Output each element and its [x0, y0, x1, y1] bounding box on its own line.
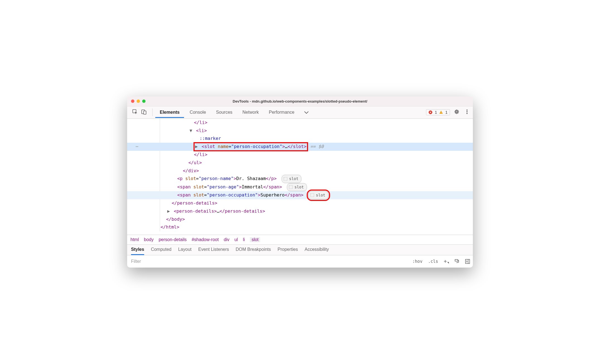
- tag-open-li: <li>: [196, 128, 207, 133]
- svg-rect-4: [441, 112, 441, 113]
- styles-filter-row: :hov .cls +: [127, 255, 473, 268]
- tree-row[interactable]: </person-details>: [127, 199, 473, 207]
- warning-count: 1: [445, 110, 447, 115]
- crumb-slot[interactable]: slot: [250, 237, 260, 242]
- svg-point-6: [466, 110, 468, 111]
- tree-row[interactable]: </li>: [127, 119, 473, 127]
- subtab-styles[interactable]: Styles: [131, 247, 144, 255]
- tab-performance[interactable]: Performance: [264, 107, 299, 118]
- tree-row[interactable]: </div>: [127, 167, 473, 175]
- crumb-div[interactable]: div: [224, 237, 229, 242]
- zoom-dot[interactable]: [142, 100, 146, 103]
- subtab-event-listeners[interactable]: Event Listeners: [198, 247, 229, 255]
- attr-val: "person-occupation": [231, 144, 282, 149]
- computed-panel-toggle-icon[interactable]: [462, 259, 473, 264]
- tag-slot-open: <slot: [202, 144, 215, 149]
- selection-suffix: == $0: [310, 144, 324, 149]
- subtab-layout[interactable]: Layout: [178, 247, 192, 255]
- svg-rect-5: [441, 113, 441, 113]
- hov-toggle[interactable]: :hov: [410, 259, 425, 264]
- tree-row[interactable]: ▶ <person-details>…</person-details>: [127, 207, 473, 215]
- overflow-icon[interactable]: ⋯: [127, 143, 147, 151]
- new-style-rule-icon[interactable]: +: [441, 258, 452, 265]
- tag-slot-close: </slot>: [288, 144, 306, 149]
- svg-point-8: [466, 113, 468, 114]
- styles-filter-input[interactable]: [127, 259, 410, 264]
- crumb-li[interactable]: li: [243, 237, 245, 242]
- tree-row[interactable]: <span slot="person-age">Immortal</span> …: [127, 183, 473, 191]
- tag-close-html: </html>: [161, 224, 179, 230]
- tree-row[interactable]: </li>: [127, 151, 473, 159]
- paint-icon[interactable]: [452, 259, 462, 264]
- status-errors-warnings[interactable]: 1 1: [426, 109, 450, 115]
- tree-row[interactable]: ::marker: [127, 135, 473, 143]
- tree-row[interactable]: <span slot="person-occupation">Superhero…: [127, 191, 473, 199]
- svg-rect-9: [284, 177, 287, 181]
- tag-close-person-details: </person-details>: [172, 200, 217, 206]
- tag-close-li: </li>: [194, 120, 207, 125]
- tab-console[interactable]: Console: [185, 107, 211, 118]
- subtab-accessibility[interactable]: Accessibility: [304, 247, 329, 255]
- traffic-lights: [131, 100, 146, 103]
- main-toolbar: Elements Console Sources Network Perform…: [127, 106, 473, 119]
- tree-row[interactable]: <p slot="person-name">Dr. Shazaam</p> sl…: [127, 175, 473, 183]
- device-toggle-icon[interactable]: [141, 109, 147, 116]
- tree-row-selected[interactable]: ⋯ ▶ <slot name="person-occupation">…</sl…: [127, 143, 473, 151]
- more-tabs-icon[interactable]: [300, 110, 313, 115]
- tag-close-div: </div>: [183, 168, 199, 173]
- tab-network[interactable]: Network: [238, 107, 263, 118]
- tag-close-body: </body>: [166, 217, 185, 222]
- separator: [152, 108, 153, 116]
- crumb-body[interactable]: body: [144, 237, 154, 242]
- tree-row[interactable]: </html>: [127, 223, 473, 231]
- styles-tab-strip: Styles Computed Layout Event Listeners D…: [127, 245, 473, 255]
- crumb-ul[interactable]: ul: [234, 237, 238, 242]
- elements-tree[interactable]: </li> ▼ <li> ::marker ⋯ ▶ <slot name="pe…: [127, 119, 473, 235]
- error-count: 1: [435, 110, 437, 115]
- subtab-dom-breakpoints[interactable]: DOM Breakpoints: [236, 247, 271, 255]
- subtab-computed[interactable]: Computed: [151, 247, 171, 255]
- svg-rect-12: [455, 259, 458, 261]
- inspect-icon[interactable]: [132, 109, 138, 116]
- svg-rect-11: [311, 193, 314, 197]
- window-title: DevTools - mdn.github.io/web-components-…: [127, 99, 473, 103]
- svg-point-7: [466, 111, 468, 112]
- cls-toggle[interactable]: .cls: [425, 259, 441, 264]
- tab-sources[interactable]: Sources: [212, 107, 237, 118]
- tab-elements[interactable]: Elements: [155, 107, 184, 118]
- slot-reveal-badge[interactable]: slot: [308, 191, 328, 199]
- crumb-person-details[interactable]: person-details: [159, 237, 187, 242]
- disclosure-right-icon[interactable]: ▶: [195, 143, 199, 151]
- tag-close-li: </li>: [194, 152, 207, 157]
- close-dot[interactable]: [131, 100, 134, 103]
- attr-name: name: [218, 144, 229, 149]
- minimize-dot[interactable]: [137, 100, 140, 103]
- tree-row[interactable]: </body>: [127, 215, 473, 224]
- pseudo-marker: ::marker: [200, 136, 221, 141]
- subtab-properties[interactable]: Properties: [278, 247, 298, 255]
- crumb-shadow-root[interactable]: #shadow-root: [192, 237, 219, 242]
- crumb-html[interactable]: html: [130, 237, 139, 242]
- disclosure-down-icon[interactable]: ▼: [190, 127, 193, 135]
- slot-reveal-badge[interactable]: slot: [287, 183, 307, 191]
- breadcrumb: html body person-details #shadow-root di…: [127, 235, 473, 245]
- slot-reveal-badge[interactable]: slot: [282, 175, 302, 183]
- toolbar-left-icons: [129, 109, 149, 116]
- tag-close-ul: </ul>: [188, 160, 202, 165]
- tree-row[interactable]: </ul>: [127, 159, 473, 167]
- svg-rect-2: [144, 111, 146, 114]
- svg-rect-13: [466, 259, 470, 264]
- disclosure-right-icon[interactable]: ▶: [167, 207, 171, 215]
- tree-row[interactable]: ▼ <li>: [127, 127, 473, 135]
- kebab-icon[interactable]: [463, 109, 471, 115]
- settings-icon[interactable]: [451, 109, 462, 116]
- devtools-window: DevTools - mdn.github.io/web-components-…: [127, 96, 473, 268]
- svg-rect-10: [289, 185, 292, 189]
- titlebar: DevTools - mdn.github.io/web-components-…: [127, 96, 473, 106]
